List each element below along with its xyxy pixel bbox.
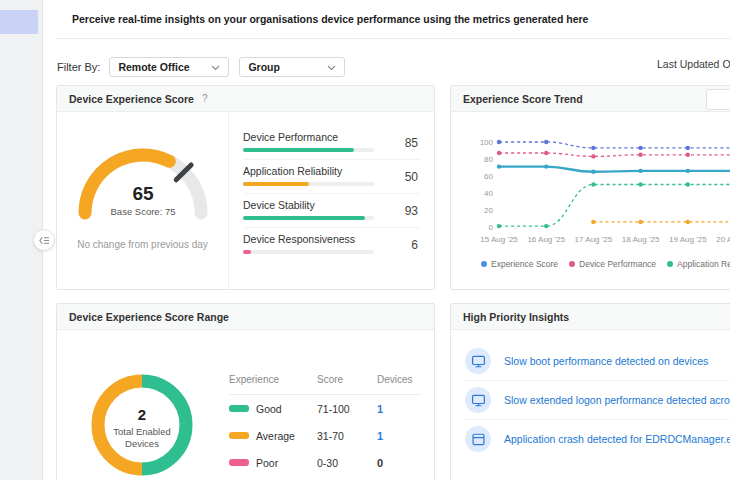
devices-count[interactable]: 1 xyxy=(377,403,422,415)
donut-total: 2 xyxy=(138,406,146,423)
column-header: Devices xyxy=(377,374,422,385)
app-window-icon xyxy=(465,426,491,452)
score-range: 0-30 xyxy=(317,457,377,469)
page-description: Perceive real-time insights on your orga… xyxy=(72,13,588,25)
metric-bar-track xyxy=(243,216,374,220)
donut-label: Total Enabled xyxy=(113,426,171,437)
insight-link[interactable]: Slow boot performance detected on device… xyxy=(504,355,708,367)
metric-label: Device Responsiveness xyxy=(243,233,374,245)
score-gauge: 65Base Score: 75 No change from previous… xyxy=(57,112,229,289)
card-header: High Priority Insights xyxy=(451,304,730,330)
insight-item[interactable]: Application crash detected for EDRDCMana… xyxy=(465,420,730,458)
high-priority-insights-card: High Priority Insights Slow boot perform… xyxy=(450,303,730,480)
legend-dot-icon xyxy=(569,261,575,267)
table-row: Average31-701 xyxy=(229,422,422,449)
insight-link[interactable]: Application crash detected for EDRDCMana… xyxy=(504,433,730,445)
experience-label: Good xyxy=(256,403,282,415)
score-range-table: Experience Score Devices Good71-1001Aver… xyxy=(227,330,434,480)
sidebar-collapse-button[interactable] xyxy=(33,229,55,251)
donut-segment xyxy=(142,381,186,469)
device-experience-score-range-card: Device Experience Score Range 2Total Ena… xyxy=(56,303,435,480)
svg-text:0: 0 xyxy=(489,223,494,232)
svg-text:20: 20 xyxy=(484,206,493,215)
metric-bar-fill xyxy=(243,182,309,186)
experience-score-trend-card: Experience Score Trend 10080604020015 Au… xyxy=(450,85,730,290)
trend-series-line xyxy=(499,153,730,156)
filter-bar: Filter By: Remote Office Group xyxy=(57,56,355,78)
table-header-row: Experience Score Devices xyxy=(229,374,422,395)
svg-text:15 Aug '25: 15 Aug '25 xyxy=(480,235,518,244)
trend-range-selector[interactable] xyxy=(706,89,730,110)
donut-segment xyxy=(98,381,142,469)
svg-text:100: 100 xyxy=(480,138,494,147)
svg-text:60: 60 xyxy=(484,172,493,181)
group-value: Group xyxy=(248,61,280,73)
metric-label: Application Reliability xyxy=(243,165,374,177)
donut-label: Devices xyxy=(125,438,159,449)
metric-value: 85 xyxy=(405,136,418,150)
chevron-down-icon xyxy=(327,61,336,73)
experience-color-swatch xyxy=(229,432,249,439)
card-title: Device Experience Score xyxy=(69,93,194,105)
devices-count[interactable]: 1 xyxy=(377,430,422,442)
group-dropdown[interactable]: Group xyxy=(239,57,345,77)
card-header: Device Experience Score ? xyxy=(57,86,434,112)
trend-series-line xyxy=(499,142,730,148)
metric-label: Device Performance xyxy=(243,131,374,143)
metric-value: 50 xyxy=(405,170,418,184)
trend-series-line xyxy=(499,167,730,172)
trend-legend: Experience ScoreDevice PerformanceApplic… xyxy=(481,259,730,269)
metric-row: Device Stability93 xyxy=(243,194,420,228)
sidebar-active-item[interactable] xyxy=(0,10,38,34)
trend-series-line xyxy=(499,185,730,227)
legend-item[interactable]: Application Reliability xyxy=(667,259,730,269)
insight-link[interactable]: Slow extended logon performance detected… xyxy=(504,394,730,406)
legend-item[interactable]: Experience Score xyxy=(481,259,558,269)
score-metrics-list: Device Performance85Application Reliabil… xyxy=(229,112,434,289)
svg-text:16 Aug '25: 16 Aug '25 xyxy=(527,235,565,244)
metric-label: Device Stability xyxy=(243,199,374,211)
trend-data-point xyxy=(544,140,548,144)
card-header: Experience Score Trend xyxy=(451,86,730,112)
devices-count: 0 xyxy=(377,457,422,469)
trend-data-point xyxy=(591,170,595,174)
help-icon[interactable]: ? xyxy=(202,93,208,104)
chevron-down-icon xyxy=(211,61,220,73)
trend-line-chart: 10080604020015 Aug '2516 Aug '2517 Aug '… xyxy=(457,130,730,246)
metric-row: Application Reliability50 xyxy=(243,160,420,194)
metric-bar-fill xyxy=(243,216,365,220)
last-updated-label: Last Updated On : Au xyxy=(657,58,730,70)
trend-data-point xyxy=(591,146,595,150)
trend-data-point xyxy=(686,169,690,173)
insights-list: Slow boot performance detected on device… xyxy=(451,330,730,458)
metric-value: 6 xyxy=(411,238,418,252)
gauge-note: No change from previous day xyxy=(57,239,228,250)
insight-item[interactable]: Slow boot performance detected on device… xyxy=(465,342,730,381)
trend-data-point xyxy=(591,220,595,224)
experience-label: Average xyxy=(256,430,295,442)
legend-dot-icon xyxy=(667,261,673,267)
legend-dot-icon xyxy=(481,261,487,267)
insight-item[interactable]: Slow extended logon performance detected… xyxy=(465,381,730,420)
trend-data-point xyxy=(638,153,642,157)
svg-text:17 Aug '25: 17 Aug '25 xyxy=(575,235,613,244)
svg-text:40: 40 xyxy=(484,189,493,198)
svg-text:19 Aug '25: 19 Aug '25 xyxy=(669,235,707,244)
trend-data-point xyxy=(497,224,501,228)
experience-label: Poor xyxy=(256,457,278,469)
score-range: 71-100 xyxy=(317,403,377,415)
score-range: 31-70 xyxy=(317,430,377,442)
device-experience-score-card: Device Experience Score ? 65Base Score: … xyxy=(56,85,435,290)
trend-data-point xyxy=(544,224,548,228)
metric-bar-track xyxy=(243,182,374,186)
trend-data-point xyxy=(591,182,595,186)
filter-by-label: Filter By: xyxy=(57,61,100,73)
trend-data-point xyxy=(497,164,501,168)
devices-donut-chart: 2Total EnabledDevices xyxy=(57,330,227,480)
gauge-base-score: Base Score: 75 xyxy=(110,206,175,217)
legend-item[interactable]: Device Performance xyxy=(569,259,656,269)
remote-office-dropdown[interactable]: Remote Office xyxy=(109,57,229,77)
metric-value: 93 xyxy=(405,204,418,218)
trend-data-point xyxy=(638,146,642,150)
table-row: Good71-1001 xyxy=(229,395,422,422)
